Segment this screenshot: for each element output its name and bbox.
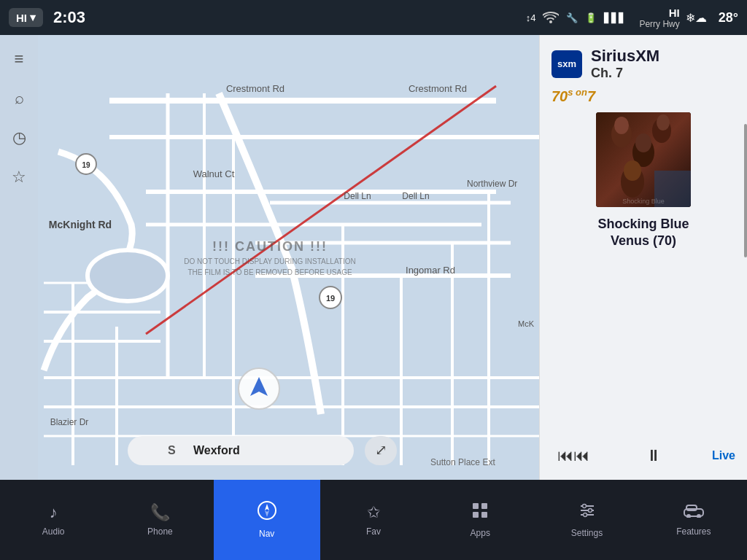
svg-text:Sutton Place Ext: Sutton Place Ext [430,457,495,467]
svg-text:Wexford: Wexford [193,444,240,456]
svg-text:Northview Dr: Northview Dr [467,179,517,189]
radio-header: sxm SiriusXM Ch. 7 [551,47,735,81]
radio-service-name: SiriusXM [591,47,659,66]
left-sidebar: ≡ ⌕ ◷ ☆ [0,35,38,480]
fav-icon: ✩ [367,503,380,522]
radio-controls: ⏮⏮ ⏸ Live [551,435,735,468]
nav-label: Nav [259,529,274,539]
svg-point-54 [635,133,651,152]
svg-text:Blazier Dr: Blazier Dr [50,417,89,427]
svg-text:Shocking Blue: Shocking Blue [622,198,665,205]
signal-bars-icon: ▋▋▋ [604,12,626,23]
dropdown-arrow-icon: ▾ [30,11,36,24]
svg-marker-61 [265,510,269,517]
signal-icon: ↕4 [526,12,536,23]
svg-text:Crestmont Rd: Crestmont Rd [226,83,285,94]
svg-text:Dell Ln: Dell Ln [344,191,371,201]
radio-title-block: SiriusXM Ch. 7 [591,47,659,81]
scroll-indicator [744,124,747,257]
live-button[interactable]: Live [712,449,735,462]
hi-dropdown[interactable]: HI ▾ [9,8,43,27]
apps-icon [471,502,489,524]
svg-marker-60 [265,504,269,510]
history-icon[interactable]: ◷ [12,128,26,147]
branding-text: 70 [551,88,568,104]
battery-icon: 🔋 [585,12,597,23]
apps-label: Apps [471,528,490,538]
status-icons-group: ↕4 🔧 🔋 ▋▋▋ [526,10,627,26]
svg-text:McKnight Rd: McKnight Rd [49,219,112,230]
bottom-nav-bar: ♪ Audio 📞 Phone Nav ✩ Fav Apps Settings … [0,480,747,560]
features-icon [684,503,704,522]
location-hi-label: HI [669,7,680,19]
nav-item-nav[interactable]: Nav [214,480,320,560]
svg-rect-41 [128,436,354,465]
nav-item-apps[interactable]: Apps [427,480,533,560]
nav-item-phone[interactable]: 📞 Phone [107,480,213,560]
song-info: Shocking Blue Venus (70) [551,216,735,250]
nav-item-settings[interactable]: Settings [533,480,640,560]
wifi-icon [543,10,559,26]
svg-point-23 [88,250,168,301]
search-icon[interactable]: ⌕ [15,89,24,108]
svg-text:⤢: ⤢ [375,442,387,458]
phone-icon: 📞 [150,503,170,522]
fav-label: Fav [366,526,381,537]
svg-text:19: 19 [82,161,90,169]
svg-rect-62 [473,503,479,509]
radio-channel-branding: 70s on7 [551,87,735,105]
svg-rect-63 [481,503,487,509]
favorites-icon[interactable]: ☆ [12,168,26,187]
audio-label: Audio [42,526,65,537]
temperature-display: 28° [719,10,738,26]
weather-icon: ❄☁ [686,11,707,25]
svg-text:Dell Ln: Dell Ln [402,191,429,201]
hi-label: HI [16,12,27,24]
pause-button[interactable]: ⏸ [640,443,667,468]
svg-point-74 [686,514,691,518]
settings-label: Settings [571,528,603,538]
svg-text:Walnut Ct: Walnut Ct [193,168,235,179]
album-art: Shocking Blue [596,112,691,207]
clock-display: 2:03 [53,8,85,27]
song-name: Venus (70) [611,233,676,248]
svg-point-50 [614,117,629,134]
nav-item-fav[interactable]: ✩ Fav [320,480,427,560]
nav-compass-icon [258,501,276,524]
svg-rect-65 [481,512,487,518]
audio-icon: ♪ [50,503,58,522]
svg-text:19: 19 [326,294,335,303]
svg-point-70 [588,509,592,513]
svg-text:Crestmont Rd: Crestmont Rd [409,83,467,94]
map-area: Crestmont Rd Crestmont Rd Walnut Ct Dell… [0,35,540,480]
nav-item-features[interactable]: Features [640,480,747,560]
artist-name: Shocking Blue [597,217,689,231]
status-bar: HI ▾ 2:03 ↕4 🔧 🔋 ▋▋▋ HI Perry Hwy ❄☁ 28° [0,0,747,35]
svg-text:S: S [168,444,176,456]
location-road-label: Perry Hwy [639,19,679,29]
svg-point-56 [624,160,641,181]
svg-point-69 [582,505,586,508]
svg-point-75 [697,514,701,518]
settings-icon [578,502,596,524]
svg-rect-64 [473,512,479,518]
nav-item-audio[interactable]: ♪ Audio [0,480,107,560]
hamburger-menu-icon[interactable]: ≡ [15,50,24,69]
features-label: Features [676,526,711,537]
svg-text:Ingomar Rd: Ingomar Rd [406,265,455,276]
radio-channel-number: Ch. 7 [591,66,659,81]
siriusxm-logo: sxm [551,50,582,78]
svg-point-71 [583,513,587,517]
svg-text:McK: McK [518,319,535,328]
radio-panel: sxm SiriusXM Ch. 7 70s on7 [539,35,747,480]
phone-label: Phone [147,526,173,537]
svg-point-52 [657,114,670,131]
wrench-icon: 🔧 [566,12,578,23]
sxm-text: sxm [557,58,576,69]
rewind-button[interactable]: ⏮⏮ [551,443,595,468]
